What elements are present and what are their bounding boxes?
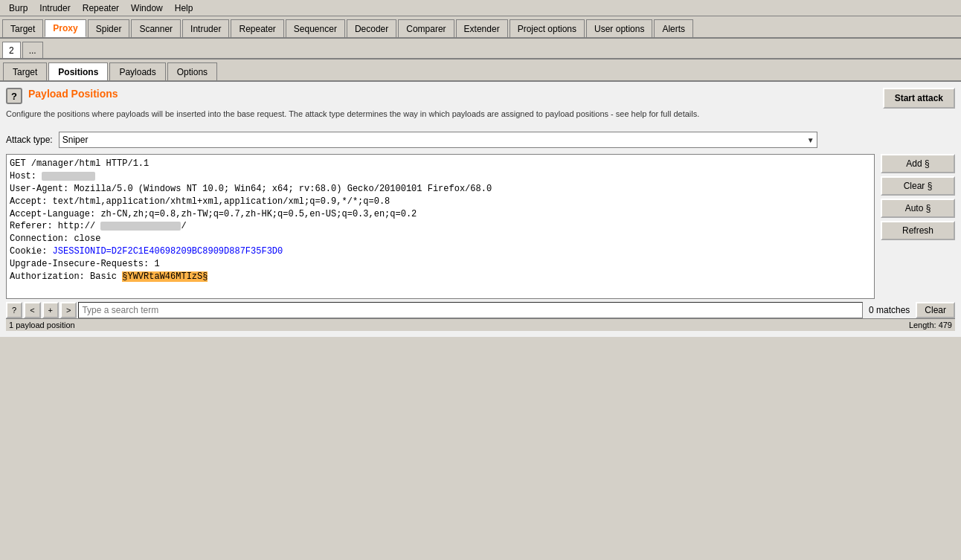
cookie-value: JSESSIONID=D2F2C1E40698209BC8909D887F35F… [53,246,283,257]
editor-section: GET /manager/html HTTP/1.1 Host: User-Ag… [6,154,955,299]
inner-tab-target[interactable]: Target [3,62,47,80]
menu-burp[interactable]: Burp [3,1,33,15]
add-section-button[interactable]: Add § [881,154,955,173]
highlighted-payload: §YWVRtaW46MTIzS§ [122,271,208,282]
search-bar: ? < + > 0 matches Clear [6,302,955,318]
right-buttons: Add § Clear § Auto § Refresh [881,154,955,299]
attack-type-select-wrapper[interactable]: Sniper Battering ram Pitchfork Cluster b… [59,132,817,148]
inner-tab-payloads[interactable]: Payloads [109,62,165,80]
main-tab-bar: Target Proxy Spider Scanner Intruder Rep… [0,16,961,39]
tab-scanner[interactable]: Scanner [131,19,181,37]
redacted-host [42,172,95,181]
payload-count: 1 payload position [9,321,75,329]
clear-search-button[interactable]: Clear [916,302,955,318]
description-text: Configure the positions where payloads w… [6,109,875,120]
header-left: ? Payload Positions Configure the positi… [6,88,875,126]
menu-repeater[interactable]: Repeater [77,1,125,15]
subtab-bar: 2 ... [0,39,961,59]
tab-alerts[interactable]: Alerts [654,19,693,37]
menu-help[interactable]: Help [169,1,199,15]
menu-bar: Burp Intruder Repeater Window Help [0,0,961,16]
redacted-referer [100,222,181,231]
auto-section-button[interactable]: Auto § [881,199,955,218]
start-attack-button[interactable]: Start attack [883,88,955,109]
inner-tab-bar: Target Positions Payloads Options [0,59,961,82]
request-editor[interactable]: GET /manager/html HTTP/1.1 Host: User-Ag… [6,154,875,299]
content-area: ? Payload Positions Configure the positi… [0,82,961,337]
inner-tab-positions[interactable]: Positions [48,62,108,80]
inner-tab-options[interactable]: Options [167,62,217,80]
tab-comparer[interactable]: Comparer [398,19,454,37]
attack-type-label: Attack type: [6,135,53,145]
tab-repeater[interactable]: Repeater [231,19,283,37]
search-input[interactable] [78,302,863,318]
subtab-more[interactable]: ... [22,42,43,58]
help-search-button[interactable]: ? [6,302,22,318]
menu-intruder[interactable]: Intruder [33,1,76,15]
tab-project-options[interactable]: Project options [510,19,585,37]
refresh-button[interactable]: Refresh [881,221,955,240]
request-content: GET /manager/html HTTP/1.1 Host: User-Ag… [7,155,874,298]
attack-type-select[interactable]: Sniper Battering ram Pitchfork Cluster b… [59,132,817,148]
tab-user-options[interactable]: User options [586,19,652,37]
tab-extender[interactable]: Extender [456,19,508,37]
tab-decoder[interactable]: Decoder [347,19,396,37]
matches-count: 0 matches [864,305,914,315]
help-icon[interactable]: ? [6,88,22,104]
tab-spider[interactable]: Spider [88,19,130,37]
header-section: ? Payload Positions Configure the positi… [6,88,955,126]
clear-section-button[interactable]: Clear § [881,176,955,196]
status-bar: 1 payload position Length: 479 [6,318,955,331]
tab-target[interactable]: Target [2,19,43,37]
tab-sequencer[interactable]: Sequencer [286,19,345,37]
tab-proxy[interactable]: Proxy [45,19,86,37]
tab-intruder[interactable]: Intruder [182,19,229,37]
page-title: Payload Positions [28,88,118,100]
menu-window[interactable]: Window [125,1,169,15]
length-info: Length: 479 [909,321,952,329]
prev-button[interactable]: < [24,302,40,318]
attack-type-row: Attack type: Sniper Battering ram Pitchf… [6,132,955,148]
next-button[interactable]: > [60,302,77,318]
next-match-button[interactable]: + [42,302,59,318]
subtab-2[interactable]: 2 [2,42,21,58]
